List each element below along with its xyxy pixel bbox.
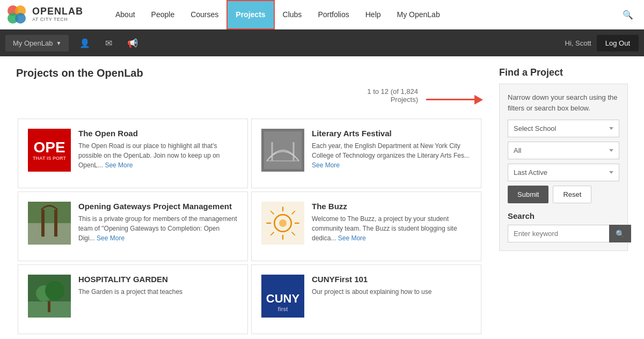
dropdown-arrow-icon: ▼ bbox=[56, 40, 61, 46]
project-title-hospitality: HOSPITALITY GARDEN bbox=[78, 275, 238, 284]
page-title: Projects on the OpenLab bbox=[16, 67, 483, 79]
project-thumb-gateways bbox=[28, 202, 71, 245]
pagination-line2: Projects) bbox=[391, 95, 418, 104]
my-openlab-label: My OpenLab bbox=[13, 39, 53, 47]
search-icon[interactable]: 🔍 bbox=[617, 10, 639, 20]
nav-help[interactable]: Help bbox=[357, 0, 389, 30]
see-more-buzz[interactable]: See More bbox=[338, 234, 366, 242]
logo-openlab: OPENLAB bbox=[32, 6, 83, 17]
svg-text:CUNY: CUNY bbox=[266, 292, 300, 305]
mail-icon[interactable]: ✉ bbox=[100, 34, 118, 53]
type-filter-select[interactable]: All bbox=[508, 142, 619, 159]
red-arrow bbox=[426, 95, 483, 105]
nav-portfolios[interactable]: Portfolios bbox=[310, 0, 357, 30]
school-filter-select[interactable]: Select School bbox=[508, 120, 619, 137]
projects-section: Projects on the OpenLab 1 to 12 (of 1,82… bbox=[16, 67, 483, 336]
hospitality-thumb-svg bbox=[28, 275, 71, 318]
project-info-cuny: CUNYFirst 101 Our project is about expla… bbox=[312, 275, 471, 297]
svg-rect-11 bbox=[41, 210, 45, 237]
see-more-gateways[interactable]: See More bbox=[97, 234, 125, 242]
nav-clubs[interactable]: Clubs bbox=[275, 0, 310, 30]
svg-text:first: first bbox=[278, 306, 289, 312]
svg-rect-10 bbox=[28, 223, 71, 245]
cuny-thumb-svg: CUNY first bbox=[261, 275, 304, 318]
project-title-gateways: Opening Gateways Project Management bbox=[78, 202, 238, 211]
see-more-literary[interactable]: See More bbox=[312, 161, 340, 169]
svg-point-3 bbox=[15, 13, 26, 24]
svg-rect-27 bbox=[48, 301, 50, 312]
logo[interactable]: OPENLAB AT CITY TECH bbox=[5, 3, 97, 26]
project-title-buzz: The Buzz bbox=[312, 202, 471, 211]
filter-buttons: Submit Reset bbox=[508, 186, 619, 203]
projects-row-1: OPE THAT IS PORT The Open Road The Open … bbox=[16, 117, 483, 190]
main-nav: About People Courses Projects Clubs Port… bbox=[107, 0, 617, 29]
logo-text: OPENLAB AT CITY TECH bbox=[32, 6, 83, 23]
see-more-open-road[interactable]: See More bbox=[105, 161, 133, 169]
logo-at-city: AT CITY TECH bbox=[32, 17, 83, 23]
sort-filter-select[interactable]: Last Active bbox=[508, 164, 619, 181]
svg-rect-12 bbox=[54, 210, 57, 237]
nav-courses[interactable]: Courses bbox=[182, 0, 226, 30]
notification-icon[interactable]: 📢 bbox=[122, 34, 143, 53]
svg-line-22 bbox=[270, 232, 274, 235]
gateways-thumb-svg bbox=[28, 202, 71, 245]
project-info-literary: Literary Arts Festival Each year, the En… bbox=[312, 129, 471, 170]
project-title-cuny: CUNYFirst 101 bbox=[312, 275, 471, 284]
project-desc-gateways: This is a private group for members of t… bbox=[78, 214, 238, 243]
project-card-cuny[interactable]: CUNY first CUNYFirst 101 Our project is … bbox=[251, 264, 481, 334]
projects-grid: OPE THAT IS PORT The Open Road The Open … bbox=[16, 117, 483, 336]
nav-projects[interactable]: Projects bbox=[226, 0, 274, 30]
projects-row-2: Opening Gateways Project Management This… bbox=[16, 190, 483, 263]
nav-my-openlab[interactable]: My OpenLab bbox=[389, 0, 448, 30]
project-card-hospitality[interactable]: HOSPITALITY GARDEN The Garden is a proje… bbox=[18, 264, 248, 334]
project-desc-cuny: Our project is about explaining how to u… bbox=[312, 287, 471, 297]
projects-row-3: HOSPITALITY GARDEN The Garden is a proje… bbox=[16, 263, 483, 336]
top-navigation: OPENLAB AT CITY TECH About People Course… bbox=[0, 0, 644, 30]
svg-line-20 bbox=[292, 232, 295, 235]
project-thumb-hospitality bbox=[28, 275, 71, 318]
search-label: Search bbox=[508, 211, 619, 220]
search-button[interactable]: 🔍 bbox=[609, 225, 631, 242]
greeting-text: Hi, Scott bbox=[565, 39, 591, 47]
logout-button[interactable]: Log Out bbox=[597, 35, 639, 51]
project-desc-buzz: Welcome to The Buzz, a project by your s… bbox=[312, 214, 471, 243]
project-card-literary[interactable]: Literary Arts Festival Each year, the En… bbox=[251, 119, 481, 188]
search-row: 🔍 bbox=[508, 225, 619, 242]
project-thumb-cuny: CUNY first bbox=[261, 275, 304, 318]
search-input[interactable] bbox=[508, 225, 609, 242]
project-title-literary: Literary Arts Festival bbox=[312, 129, 471, 138]
profile-icon[interactable]: 👤 bbox=[74, 34, 96, 53]
my-openlab-dropdown[interactable]: My OpenLab ▼ bbox=[5, 35, 69, 51]
svg-point-14 bbox=[279, 219, 287, 227]
secondary-navigation: My OpenLab ▼ 👤 ✉ 📢 Hi, Scott Log Out bbox=[0, 30, 644, 56]
project-desc-literary: Each year, the English Department at New… bbox=[312, 141, 471, 170]
project-desc-open-road: The Open Road is our place to highlight … bbox=[78, 141, 238, 170]
sidebar-box: Narrow down your search using the filter… bbox=[499, 84, 628, 251]
project-desc-hospitality: The Garden is a project that teaches bbox=[78, 287, 238, 297]
nav-people[interactable]: People bbox=[143, 0, 183, 30]
secondary-icons: 👤 ✉ 📢 bbox=[74, 34, 143, 53]
project-info-gateways: Opening Gateways Project Management This… bbox=[78, 202, 238, 243]
reset-button[interactable]: Reset bbox=[553, 186, 591, 203]
svg-point-26 bbox=[45, 281, 64, 300]
project-info-buzz: The Buzz Welcome to The Buzz, a project … bbox=[312, 202, 471, 243]
nav-about[interactable]: About bbox=[107, 0, 143, 30]
project-card-gateways[interactable]: Opening Gateways Project Management This… bbox=[18, 191, 248, 261]
buzz-thumb-svg bbox=[264, 204, 302, 242]
sidebar: Find a Project Narrow down your search u… bbox=[499, 67, 628, 336]
pagination-line1: 1 to 12 (of 1,824 bbox=[367, 87, 418, 95]
sidebar-title: Find a Project bbox=[499, 67, 628, 78]
project-title-open-road: The Open Road bbox=[78, 129, 238, 138]
svg-line-21 bbox=[292, 211, 295, 214]
literary-thumb-svg bbox=[261, 129, 304, 172]
main-content: Projects on the OpenLab 1 to 12 (of 1,82… bbox=[0, 56, 644, 339]
project-thumb-buzz bbox=[261, 202, 304, 245]
project-info-hospitality: HOSPITALITY GARDEN The Garden is a proje… bbox=[78, 275, 238, 297]
project-card-open-road[interactable]: OPE THAT IS PORT The Open Road The Open … bbox=[18, 119, 248, 188]
secondary-nav-right: Hi, Scott Log Out bbox=[565, 35, 639, 51]
submit-button[interactable]: Submit bbox=[508, 186, 548, 203]
project-thumb-literary bbox=[261, 129, 304, 172]
project-info-open-road: The Open Road The Open Road is our place… bbox=[78, 129, 238, 170]
pagination-info: 1 to 12 (of 1,824 Projects) bbox=[367, 87, 418, 104]
project-card-buzz[interactable]: The Buzz Welcome to The Buzz, a project … bbox=[251, 191, 481, 261]
